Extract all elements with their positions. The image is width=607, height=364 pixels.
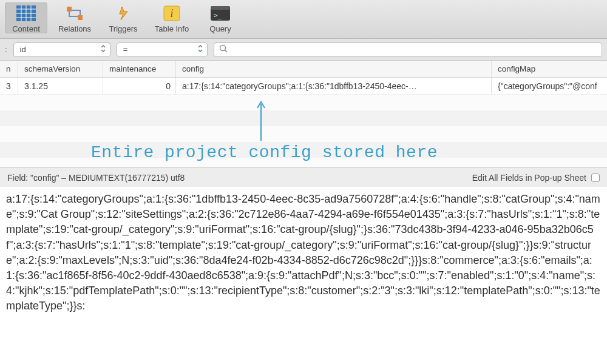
svg-point-14	[220, 46, 225, 51]
filter-field-value: id	[20, 45, 26, 54]
filter-bar: : id =	[0, 39, 607, 61]
filter-prefix: :	[5, 45, 7, 54]
tab-label: Table Info	[155, 24, 189, 33]
filter-operator-select[interactable]: =	[117, 42, 208, 57]
search-icon	[219, 44, 228, 55]
tab-label: Content	[12, 24, 40, 33]
filter-field-select[interactable]: id	[13, 42, 110, 57]
svg-rect-12	[211, 6, 230, 10]
table-empty-area: Entire project config stored here	[0, 95, 607, 167]
filter-search[interactable]	[214, 42, 602, 57]
field-type-label: Field: "config" – MEDIUMTEXT(16777215) u…	[7, 173, 185, 183]
table-header: n schemaVersion maintenance config confi…	[0, 61, 607, 78]
svg-text:i: i	[170, 7, 173, 19]
edit-popup-checkbox[interactable]	[591, 174, 600, 182]
triggers-icon	[111, 4, 135, 23]
tab-label: Query	[209, 24, 231, 33]
field-content-textview[interactable]: a:17:{s:14:"categoryGroups";a:1:{s:36:"1…	[0, 187, 607, 332]
field-detail-bar: Field: "config" – MEDIUMTEXT(16777215) u…	[0, 167, 607, 187]
svg-line-15	[225, 50, 227, 53]
chevron-updown-icon	[192, 45, 203, 54]
tab-label: Relations	[58, 24, 91, 33]
tab-tableinfo[interactable]: i Table Info	[151, 2, 193, 33]
tab-content[interactable]: Content	[5, 2, 47, 33]
svg-rect-7	[67, 7, 72, 12]
svg-text:>_: >_	[214, 12, 222, 19]
col-header-n[interactable]: n	[0, 61, 18, 77]
table-icon	[14, 4, 38, 23]
annotation-arrow	[255, 99, 267, 144]
col-header-maintenance[interactable]: maintenance	[103, 61, 176, 77]
col-header-configmap[interactable]: configMap	[492, 61, 607, 77]
toolbar: Content Relations Triggers i Table I	[0, 0, 607, 39]
terminal-icon: >_	[208, 4, 232, 23]
info-icon: i	[160, 4, 184, 23]
cell-n: 3	[0, 78, 18, 94]
edit-popup-label: Edit All Fields in Pop-up Sheet	[472, 173, 586, 183]
tab-label: Triggers	[109, 24, 137, 33]
filter-operator-value: =	[123, 45, 128, 54]
tab-relations[interactable]: Relations	[53, 2, 96, 33]
tab-triggers[interactable]: Triggers	[102, 2, 144, 33]
tab-query[interactable]: >_ Query	[199, 2, 242, 33]
cell-schemaversion: 3.1.25	[18, 78, 103, 94]
col-header-schemaversion[interactable]: schemaVersion	[18, 61, 103, 77]
chevron-updown-icon	[95, 45, 106, 54]
table-row[interactable]: 3 3.1.25 0 a:17:{s:14:"categoryGroups";a…	[0, 78, 607, 95]
svg-rect-8	[78, 15, 83, 20]
cell-maintenance: 0	[103, 78, 176, 94]
annotation-text: Entire project config stored here	[91, 143, 438, 162]
col-header-config[interactable]: config	[176, 61, 492, 77]
relations-icon	[63, 4, 87, 23]
cell-config: a:17:{s:14:"categoryGroups";a:1:{s:36:"1…	[176, 78, 492, 94]
cell-configmap: {"categoryGroups":"@conf	[492, 78, 607, 94]
filter-search-input[interactable]	[231, 45, 597, 54]
